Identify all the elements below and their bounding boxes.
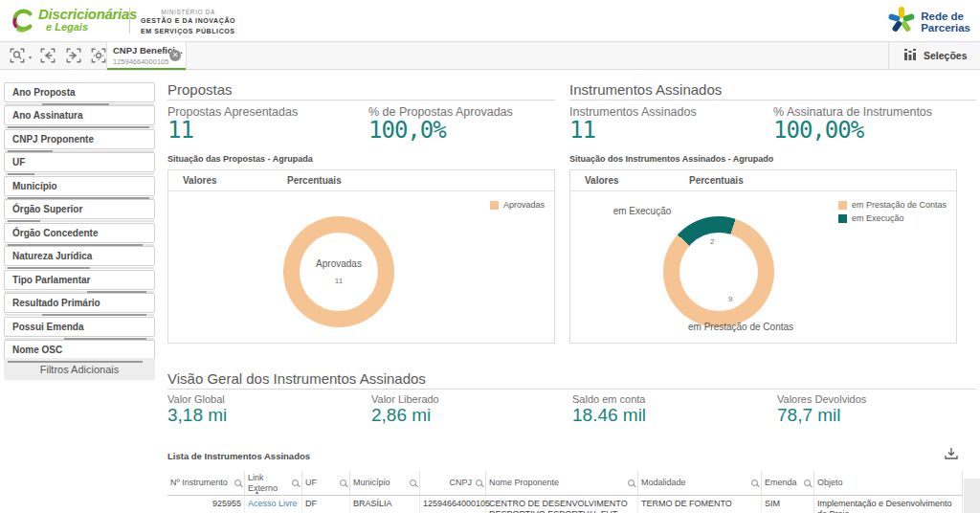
selection-chip-cnpj[interactable]: CNPJ Benefici... 12594664000105 ✕ [107, 42, 186, 70]
filter-scrollbar[interactable] [42, 103, 109, 105]
cell-modalidade[interactable]: TERMO DE FOMENTO [638, 496, 762, 513]
legend-item-execucao[interactable]: em Execução [838, 213, 947, 223]
filter-orgao-concedente[interactable]: Órgão Concedente [4, 223, 155, 243]
propostas-section-title: Propostas [167, 81, 233, 98]
app-logo-line1: Discricionárias [38, 7, 137, 21]
filter-scrollbar[interactable] [8, 197, 149, 199]
filter-label: Nome OSC [12, 345, 62, 355]
partner-line2: Parcerias [921, 22, 970, 33]
tab-percentuais[interactable]: Percentuais [287, 170, 342, 191]
search-icon[interactable] [476, 480, 482, 486]
legend-swatch [490, 201, 499, 210]
tab-valores[interactable]: Valores [183, 170, 217, 191]
propostas-chart-panel: Valores Percentuais Aprovadas Aprovadas … [167, 169, 555, 344]
filter-label: Órgão Superior [12, 204, 82, 214]
cell-emenda[interactable]: SIM [762, 496, 814, 513]
cell-uf[interactable]: DF [302, 496, 350, 513]
filter-uf[interactable]: UF [4, 152, 155, 172]
visao-geral-section-title: Visão Geral dos Instrumentos Assinados [167, 370, 426, 387]
kpi-propostas-aprovadas-value: 100,0% [368, 117, 446, 144]
selections-button[interactable]: Seleções [896, 42, 978, 69]
kpi-assinatura-instrumentos-value: 100,00% [773, 117, 863, 144]
tab-valores[interactable]: Valores [585, 170, 619, 191]
col-label: Nº Instrumento [170, 478, 228, 487]
instrumentos-donut-chart[interactable] [663, 216, 774, 327]
filter-label: Órgão Concedente [12, 228, 98, 238]
cell-line: Implementação e Desenvolvimento do Proje [817, 499, 959, 513]
legend-label: em Prestação de Contas [852, 200, 947, 210]
instrumentos-chart-title: Situação dos Instrumentos Assinados - Ag… [569, 154, 773, 164]
step-back-icon[interactable] [38, 47, 57, 66]
filter-scrollbar[interactable] [8, 267, 90, 269]
tab-percentuais[interactable]: Percentuais [689, 170, 744, 191]
ministry-line3: EM SERVIÇOS PÚBLICOS [141, 27, 235, 36]
filter-ano-assinatura[interactable]: Ano Assinatura [4, 105, 155, 125]
table-scroll-area[interactable] [964, 479, 980, 513]
selections-toolbar: ▾ CNPJ Benefici... 12594664000105 ✕ [0, 41, 980, 70]
selections-icon [903, 48, 917, 64]
filter-possui-emenda[interactable]: Possui Emenda [4, 317, 155, 337]
col-header-modalidade[interactable]: Modalidade [638, 471, 762, 496]
filter-label: Tipo Parlamentar [12, 275, 91, 285]
search-icon[interactable] [751, 480, 758, 486]
col-header-municipio[interactable]: Município [350, 471, 420, 496]
legend-item-prestacao[interactable]: em Prestação de Contas [838, 200, 947, 210]
filter-scrollbar[interactable] [8, 361, 142, 363]
search-icon[interactable] [340, 480, 346, 486]
search-dropdown-caret-icon[interactable]: ▾ [29, 54, 32, 60]
col-header-link-externo[interactable]: Link Externo▲ [245, 471, 302, 496]
cell-cnpj[interactable]: 12594664000105 [420, 496, 486, 513]
filter-scrollbar[interactable] [8, 220, 40, 222]
filter-orgao-superior[interactable]: Órgão Superior [4, 199, 155, 219]
partner-line1: Rede de [921, 11, 970, 22]
cell-line: DESPORTIVO ESPORTVAL FUT ART [489, 509, 635, 513]
app-header: Discricionárias e Legais MINISTÉRIO DA G… [0, 0, 980, 41]
cell-objeto[interactable]: Implementação e Desenvolvimento do Proje… [814, 496, 963, 513]
filter-scrollbar[interactable] [8, 150, 53, 152]
filter-natureza-juridica[interactable]: Natureza Jurídica [4, 246, 155, 266]
clear-selections-icon[interactable] [89, 47, 108, 66]
search-icon[interactable] [234, 480, 241, 486]
cell-link-externo[interactable]: Acesso Livre [245, 496, 302, 513]
kpi-propostas-apresentadas-value: 11 [167, 117, 193, 144]
legend-item-aprovadas[interactable]: Aprovadas [490, 200, 545, 210]
search-icon[interactable] [410, 480, 416, 486]
search-icon[interactable] [804, 480, 811, 486]
filter-nome-osc[interactable]: Nome OSC [4, 340, 155, 360]
search-icon[interactable] [292, 480, 299, 486]
col-header-nome-proponente[interactable]: Nome Proponente [486, 471, 638, 496]
filter-cnpj-proponente[interactable]: CNPJ Proponente [4, 129, 155, 149]
cell-num-instrumento[interactable]: 925955 [167, 496, 245, 513]
col-header-emenda[interactable]: Emenda [762, 471, 814, 496]
filter-label: Possui Emenda [12, 322, 83, 332]
remove-selection-icon[interactable]: ✕ [169, 50, 181, 61]
col-header-uf[interactable]: UF [302, 471, 350, 496]
cell-nome-proponente[interactable]: CENTRO DE DESENVOLVIMENTO DESPORTIVO ESP… [486, 496, 638, 513]
col-label: Município [353, 478, 390, 487]
app-logo-line2: e Legais [38, 22, 137, 33]
filter-scrollbar[interactable] [87, 291, 146, 293]
filter-ano-proposta[interactable]: Ano Proposta [4, 82, 155, 102]
filter-scrollbar[interactable] [8, 244, 142, 246]
download-icon[interactable] [943, 446, 960, 463]
filter-scrollbar[interactable] [8, 173, 34, 175]
col-header-num-instrumento[interactable]: Nº Instrumento [167, 471, 245, 496]
filter-tipo-parlamentar[interactable]: Tipo Parlamentar [4, 270, 155, 290]
instrumentos-legend: em Prestação de Contas em Execução [838, 200, 947, 227]
filter-scrollbar[interactable] [8, 126, 149, 128]
toolbar-divider [888, 42, 889, 69]
propostas-donut-chart[interactable]: Aprovadas 11 [283, 216, 394, 327]
app-logo: Discricionárias e Legais [38, 7, 137, 33]
filter-scrollbar[interactable] [64, 338, 146, 340]
step-forward-icon[interactable] [64, 47, 83, 66]
col-header-cnpj[interactable]: CNPJ [420, 471, 486, 496]
search-icon[interactable] [628, 480, 635, 486]
filter-label: Resultado Primário [12, 298, 100, 308]
cell-municipio[interactable]: BRASÍLIA [350, 496, 420, 513]
ministry-line1: MINISTÉRIO DA [141, 8, 235, 16]
col-header-objeto[interactable]: Objeto [814, 471, 963, 496]
filter-municipio[interactable]: Município [4, 176, 155, 196]
filter-scrollbar[interactable] [42, 314, 146, 316]
smart-search-icon[interactable] [8, 47, 27, 66]
filter-resultado-primario[interactable]: Resultado Primário [4, 293, 155, 313]
